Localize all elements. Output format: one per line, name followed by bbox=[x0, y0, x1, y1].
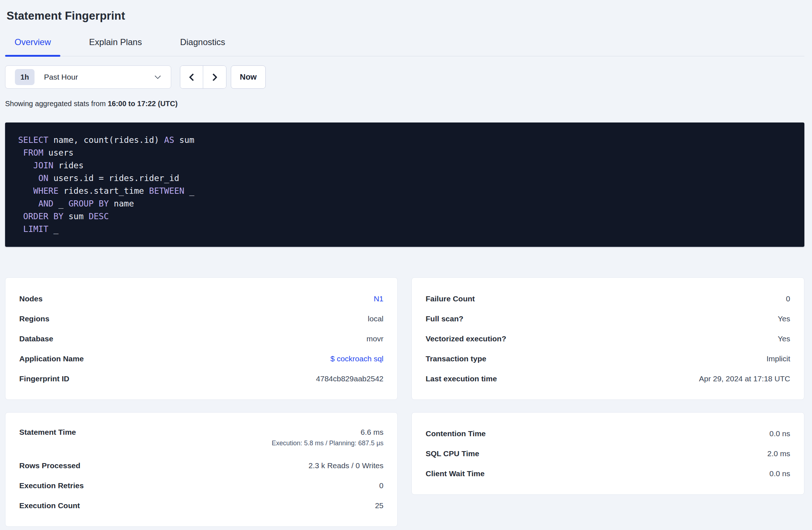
fingerprint-id-value: 4784cb829aab2542 bbox=[316, 374, 383, 383]
sql-text: name, count(rides.id) bbox=[48, 135, 164, 145]
failure-count-label: Failure Count bbox=[426, 294, 475, 303]
aggregated-stats-prefix: Showing aggregated stats from bbox=[5, 100, 108, 108]
execution-attributes-card: Failure Count0Full scan?YesVectorized ex… bbox=[411, 277, 804, 400]
sql-text: users bbox=[43, 148, 73, 157]
statement-time-value: 6.6 ms bbox=[272, 428, 383, 437]
sql-keyword: GROUP BY bbox=[68, 199, 109, 208]
sql-cpu-time-value: 2.0 ms bbox=[767, 449, 790, 458]
next-range-button[interactable] bbox=[203, 66, 226, 88]
database-value-group: movr bbox=[366, 334, 383, 343]
summary-cards: NodesN1RegionslocalDatabasemovrApplicati… bbox=[5, 277, 804, 527]
sql-text: _ bbox=[53, 199, 69, 208]
chevron-down-icon bbox=[155, 73, 161, 79]
now-button[interactable]: Now bbox=[231, 65, 266, 89]
full-scan-value-group: Yes bbox=[778, 314, 790, 323]
sql-line: LIMIT _ bbox=[18, 223, 791, 236]
time-range-dropdown[interactable]: 1h Past Hour bbox=[5, 65, 171, 89]
stat-row-execution-retries: Execution Retries0 bbox=[19, 475, 383, 495]
rows-processed-value-group: 2.3 k Reads / 0 Writes bbox=[309, 461, 383, 470]
last-execution-time-value: Apr 29, 2024 at 17:18 UTC bbox=[699, 374, 790, 383]
stat-row-failure-count: Failure Count0 bbox=[426, 289, 790, 309]
chevron-left-icon bbox=[189, 73, 196, 81]
sql-line: SELECT name, count(rides.id) AS sum bbox=[18, 134, 791, 146]
sql-keyword: ORDER BY bbox=[23, 212, 64, 221]
sql-text bbox=[18, 148, 23, 157]
vectorized-execution-value-group: Yes bbox=[778, 334, 790, 343]
stat-row-last-execution-time: Last execution timeApr 29, 2024 at 17:18… bbox=[426, 369, 790, 389]
stat-row-statement-time: Statement Time6.6 msExecution: 5.8 ms / … bbox=[19, 423, 383, 455]
stat-row-application-name: Application Name$ cockroach sql bbox=[19, 349, 383, 369]
nodes-value-link[interactable]: N1 bbox=[374, 294, 383, 303]
sql-keyword: DESC bbox=[89, 212, 109, 221]
vectorized-execution-value: Yes bbox=[778, 334, 790, 343]
database-label: Database bbox=[19, 334, 53, 343]
sql-text bbox=[18, 173, 38, 183]
fingerprint-id-label: Fingerprint ID bbox=[19, 374, 69, 383]
client-wait-time-value: 0.0 ns bbox=[769, 469, 790, 478]
statement-fingerprint-page: Statement Fingerprint OverviewExplain Pl… bbox=[0, 0, 812, 527]
client-wait-time-label: Client Wait Time bbox=[426, 469, 485, 478]
statement-details-card: NodesN1RegionslocalDatabasemovrApplicati… bbox=[5, 277, 398, 400]
statement-times-card: Statement Time6.6 msExecution: 5.8 ms / … bbox=[5, 412, 398, 527]
time-range-label: Past Hour bbox=[44, 73, 78, 81]
full-scan-label: Full scan? bbox=[426, 314, 463, 323]
statement-time-label: Statement Time bbox=[19, 428, 76, 437]
failure-count-value: 0 bbox=[786, 294, 790, 303]
sql-text: sum bbox=[64, 212, 89, 221]
regions-value: local bbox=[368, 314, 383, 323]
contention-time-label: Contention Time bbox=[426, 429, 486, 438]
application-name-label: Application Name bbox=[19, 354, 84, 363]
application-name-value-link[interactable]: $ cockroach sql bbox=[330, 354, 383, 363]
sql-text: _ bbox=[48, 224, 59, 234]
application-name-value-group: $ cockroach sql bbox=[330, 354, 383, 363]
rows-processed-label: Rows Processed bbox=[19, 461, 80, 470]
regions-value-group: local bbox=[368, 314, 383, 323]
tab-diagnostics[interactable]: Diagnostics bbox=[170, 37, 234, 56]
stat-row-execution-count: Execution Count25 bbox=[19, 495, 383, 515]
sql-text: rides.start_time bbox=[59, 186, 149, 196]
nodes-value-group: N1 bbox=[374, 294, 383, 303]
contention-time-value-group: 0.0 ns bbox=[769, 429, 790, 438]
time-range-badge: 1h bbox=[15, 69, 35, 85]
database-value: movr bbox=[366, 334, 383, 343]
rows-processed-value: 2.3 k Reads / 0 Writes bbox=[309, 461, 383, 470]
sql-keyword: LIMIT bbox=[23, 224, 48, 234]
sql-keyword: SELECT bbox=[18, 135, 48, 145]
aggregated-stats-range: 16:00 to 17:22 (UTC) bbox=[108, 100, 177, 108]
stat-row-nodes: NodesN1 bbox=[19, 289, 383, 309]
tab-explain-plans[interactable]: Explain Plans bbox=[80, 37, 151, 56]
sql-text: sum bbox=[174, 135, 194, 145]
wait-times-card: Contention Time0.0 nsSQL CPU Time2.0 msC… bbox=[411, 412, 804, 495]
sql-keyword: WHERE bbox=[33, 186, 59, 196]
regions-label: Regions bbox=[19, 314, 49, 323]
stat-row-rows-processed: Rows Processed2.3 k Reads / 0 Writes bbox=[19, 455, 383, 475]
stat-row-contention-time: Contention Time0.0 ns bbox=[426, 423, 790, 443]
client-wait-time-value-group: 0.0 ns bbox=[769, 469, 790, 478]
execution-count-value: 25 bbox=[375, 501, 383, 510]
sql-keyword: ON bbox=[38, 173, 48, 183]
fingerprint-id-value-group: 4784cb829aab2542 bbox=[316, 374, 383, 383]
execution-retries-value-group: 0 bbox=[379, 481, 383, 490]
stat-row-vectorized-execution: Vectorized execution?Yes bbox=[426, 329, 790, 349]
sql-text: _ bbox=[184, 186, 194, 196]
transaction-type-value: Implicit bbox=[767, 354, 790, 363]
sql-keyword: AS bbox=[164, 135, 174, 145]
stat-row-full-scan: Full scan?Yes bbox=[426, 309, 790, 329]
chevron-right-icon bbox=[210, 73, 217, 81]
execution-count-label: Execution Count bbox=[19, 501, 80, 510]
time-controls: 1h Past Hour Now bbox=[5, 65, 804, 89]
sql-line: ORDER BY sum DESC bbox=[18, 210, 791, 223]
prev-range-button[interactable] bbox=[180, 66, 203, 88]
sql-cpu-time-label: SQL CPU Time bbox=[426, 449, 479, 458]
tab-overview[interactable]: Overview bbox=[5, 37, 60, 56]
execution-retries-value: 0 bbox=[379, 481, 383, 490]
statement-time-value-group: 6.6 msExecution: 5.8 ms / Planning: 687.… bbox=[272, 428, 383, 447]
sql-text bbox=[18, 224, 23, 234]
sql-text bbox=[18, 186, 33, 196]
last-execution-time-label: Last execution time bbox=[426, 374, 497, 383]
last-execution-time-value-group: Apr 29, 2024 at 17:18 UTC bbox=[699, 374, 790, 383]
transaction-type-value-group: Implicit bbox=[767, 354, 790, 363]
sql-line: FROM users bbox=[18, 146, 791, 159]
aggregated-stats-line: Showing aggregated stats from 16:00 to 1… bbox=[5, 100, 804, 108]
nodes-label: Nodes bbox=[19, 294, 43, 303]
